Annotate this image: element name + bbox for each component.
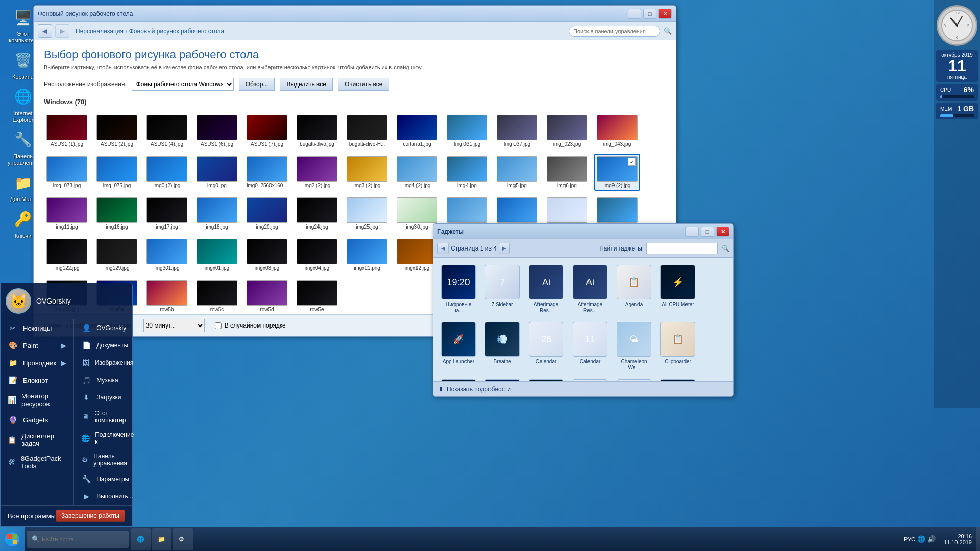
wallpaper-item[interactable]: img0.jpg [194, 154, 240, 191]
gadget-item[interactable]: 8Custom Calendar [614, 377, 654, 381]
wallpaper-item[interactable]: bugatti-divo.jpg [294, 112, 340, 149]
back-button[interactable]: ◀ [38, 24, 52, 38]
clear-all-button[interactable]: Очистить все [338, 78, 389, 91]
forward-button[interactable]: ▶ [55, 24, 69, 38]
wallpaper-item[interactable]: imgx03.jpg [244, 236, 290, 273]
gadget-item[interactable]: 🚀App Launcher [438, 320, 478, 373]
browse-button[interactable]: Обзор... [239, 78, 275, 91]
wallpaper-item[interactable]: row5e [294, 278, 340, 314]
wallpaper-item[interactable]: cortana1.jpg [394, 112, 440, 149]
page-next-button[interactable]: ▶ [499, 243, 510, 254]
wallpaper-item[interactable]: img_075.jpg [94, 154, 140, 191]
start-user-settings[interactable]: 🔧 Параметры [74, 470, 140, 488]
wallpaper-item[interactable]: img18.jpg [194, 195, 240, 232]
start-user-control-panel[interactable]: ⚙ Панель управления [74, 449, 140, 470]
start-item-paint[interactable]: 🎨 Paint ▶ [1, 337, 74, 354]
wallpaper-item[interactable]: ASUS1 (2).jpg [94, 112, 140, 149]
gadget-item[interactable]: AiAfterimage Res... [526, 263, 566, 316]
taskbar-app-ie[interactable]: 🌐 [131, 528, 151, 550]
start-item-scissors[interactable]: ✂ Ножницы [1, 319, 74, 337]
wallpaper-item[interactable]: imgx01.jpg [194, 236, 240, 273]
wallpaper-item[interactable]: img_073.jpg [44, 154, 90, 191]
gadget-item[interactable]: 8Custom Calendar [570, 377, 610, 381]
location-select[interactable]: Фоны рабочего стола Windows [132, 78, 234, 91]
taskbar-app-control-panel[interactable]: ⚙ [173, 528, 193, 550]
wallpaper-item[interactable]: row5c [194, 278, 240, 314]
gadget-item[interactable]: 🕐Date & Time [658, 377, 698, 381]
gadget-item[interactable]: 🌤Chameleon We... [614, 320, 654, 373]
gadget-item[interactable]: 📋Clipboarder [658, 320, 698, 373]
search-input[interactable] [569, 26, 660, 37]
wallpaper-item[interactable]: img_043.jpg [594, 112, 640, 149]
wallpaper-item[interactable]: img5.jpg [494, 154, 540, 191]
taskbar-app-explorer[interactable]: 📁 [152, 528, 172, 550]
wallpaper-item[interactable]: bugatti-divo-H... [344, 112, 390, 149]
wallpaper-item[interactable]: img301.jpg [144, 236, 190, 273]
wallpaper-item[interactable]: ASUS1 (7).jpg [244, 112, 290, 149]
maximize-button[interactable]: □ [643, 9, 656, 19]
gadget-item[interactable]: 77 Sidebar [482, 263, 522, 316]
wallpaper-item[interactable]: ✓img9 (2).jpg [594, 154, 640, 191]
gadget-item[interactable]: 💨Breathe [482, 320, 522, 373]
close-button[interactable]: ✕ [658, 9, 672, 19]
wallpaper-item[interactable]: img25.jpg [344, 195, 390, 232]
taskbar-search-input[interactable] [42, 536, 113, 542]
gadget-item[interactable]: 11Calendar [570, 320, 610, 373]
gadgets-minimize-button[interactable]: ─ [685, 227, 699, 237]
random-order-checkbox[interactable] [215, 322, 222, 329]
start-item-notepad[interactable]: 📝 Блокнот [1, 371, 74, 389]
wallpaper-item[interactable]: ASUS1 (1).jpg [44, 112, 90, 149]
wallpaper-item[interactable]: imgx04.jpg [294, 236, 340, 273]
wallpaper-item[interactable]: Img 037.jpg [494, 112, 540, 149]
wallpaper-item[interactable]: ASUS1 (4).jpg [144, 112, 190, 149]
gadgets-close-button[interactable]: ✕ [716, 227, 729, 237]
wallpaper-item[interactable]: img129.jpg [94, 236, 140, 273]
show-desktop-button[interactable] [976, 527, 980, 551]
gadget-item[interactable]: 7Countdown [482, 377, 522, 381]
wallpaper-item[interactable]: img122.jpg [44, 236, 90, 273]
gadgets-maximize-button[interactable]: □ [701, 227, 714, 237]
wallpaper-item[interactable]: img24.jpg [294, 195, 340, 232]
minimize-button[interactable]: ─ [628, 9, 641, 19]
start-item-monitor[interactable]: 📊 Монитор ресурсов [1, 389, 74, 411]
all-programs-button[interactable]: Все программы [8, 512, 56, 520]
wallpaper-item[interactable]: img0_2560x160... [244, 154, 290, 191]
start-button[interactable] [0, 527, 24, 552]
select-all-button[interactable]: Выделить все [280, 78, 333, 91]
wallpaper-item[interactable]: img6.jpg [544, 154, 590, 191]
start-item-gadgetpack[interactable]: 🛠 8GadgetPack Tools [1, 451, 74, 473]
wallpaper-item[interactable]: Img 031.jpg [444, 112, 490, 149]
start-user-run[interactable]: ▶ Выполнить... [74, 488, 140, 505]
start-item-task-manager[interactable]: 📋 Диспетчер задач [1, 429, 74, 451]
page-prev-button[interactable]: ◀ [437, 243, 449, 254]
start-item-explorer[interactable]: 📁 Проводник ▶ [1, 354, 74, 371]
gadget-item[interactable]: 📊CPU Utilization [526, 377, 566, 381]
wallpaper-item[interactable]: img3 (2).jpg [344, 154, 390, 191]
wallpaper-item[interactable]: img16.jpg [94, 195, 140, 232]
start-user-downloads[interactable]: ⬇ Загрузки [74, 389, 140, 406]
start-user-connect[interactable]: 🌐 Подключение к [74, 428, 140, 449]
start-item-gadgets[interactable]: 🔮 Gadgets [1, 411, 74, 429]
wallpaper-item[interactable]: row5b [144, 278, 190, 314]
gadget-item[interactable]: ⚙Control System [438, 377, 478, 381]
wallpaper-item[interactable]: row5d [244, 278, 290, 314]
gadget-item[interactable]: ⚡All CPU Meter [658, 263, 698, 316]
wallpaper-item[interactable]: img11.jpg [44, 195, 90, 232]
wallpaper-item[interactable]: ASUS1 (6).jpg [194, 112, 240, 149]
gadgets-footer[interactable]: ⬇ Показать подробности [433, 381, 733, 396]
wallpaper-item[interactable]: img_023.jpg [544, 112, 590, 149]
wallpaper-item[interactable]: img4.jpg [444, 154, 490, 191]
start-user-documents[interactable]: 📄 Документы [74, 337, 140, 354]
change-interval-select[interactable]: 30 минут... [143, 319, 205, 332]
start-user-profile[interactable]: 👤 OVGorskiy [74, 319, 140, 337]
start-user-images[interactable]: 🖼 Изображения [74, 354, 140, 371]
gadget-item[interactable]: 19:20Цифровые ча... [438, 263, 478, 316]
wallpaper-item[interactable]: img0 (2).jpg [144, 154, 190, 191]
wallpaper-item[interactable]: img2 (2).jpg [294, 154, 340, 191]
gadget-item[interactable]: 28Calendar [526, 320, 566, 373]
wallpaper-item[interactable]: img20.jpg [244, 195, 290, 232]
wallpaper-item[interactable]: img4 (2).jpg [394, 154, 440, 191]
gadget-item[interactable]: 📋Agenda [614, 263, 654, 316]
start-user-music[interactable]: 🎵 Музыка [74, 371, 140, 389]
start-user-this-pc[interactable]: 🖥 Этот компьютер [74, 406, 140, 428]
